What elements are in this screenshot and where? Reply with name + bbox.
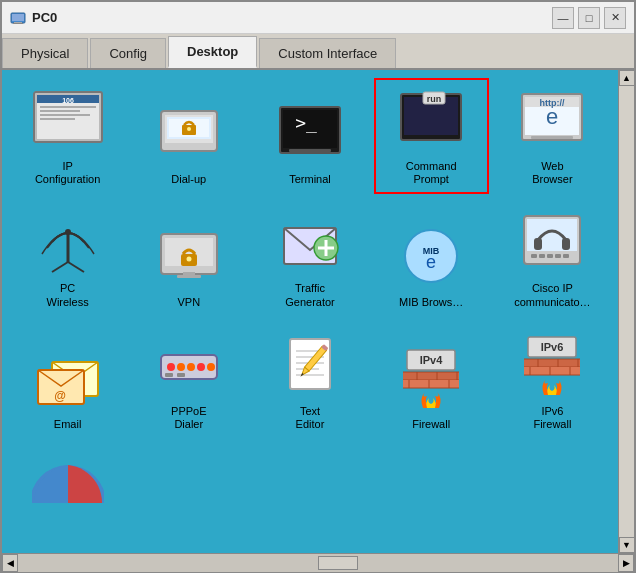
svg-rect-55 (547, 254, 553, 258)
terminal-label: Terminal (289, 173, 331, 186)
svg-rect-3 (13, 23, 23, 24)
svg-point-65 (197, 363, 205, 371)
tab-desktop[interactable]: Desktop (168, 36, 257, 68)
svg-rect-57 (563, 254, 569, 258)
svg-rect-41 (177, 275, 201, 278)
icon-pppoe-dialer[interactable]: PPPoEDialer (131, 323, 246, 439)
window-icon (10, 10, 26, 26)
icon-vpn[interactable]: VPN (131, 200, 246, 316)
icon-ip-config[interactable]: 106 IPConfiguration (10, 78, 125, 194)
svg-text:>_: >_ (295, 112, 317, 133)
window-controls: — □ ✕ (552, 7, 626, 29)
scroll-right-button[interactable]: ▶ (618, 554, 634, 572)
svg-point-63 (177, 363, 185, 371)
svg-text:run: run (427, 94, 442, 104)
svg-text:IPv4: IPv4 (420, 354, 444, 366)
svg-text:@: @ (54, 389, 66, 403)
close-button[interactable]: ✕ (604, 7, 626, 29)
icon-cisco-ip-comm[interactable]: Cisco IPcommunicato… (495, 200, 610, 316)
h-scroll-track[interactable] (18, 554, 618, 572)
traffic-generator-label: TrafficGenerator (285, 282, 335, 308)
svg-rect-8 (40, 106, 96, 108)
svg-point-62 (167, 363, 175, 371)
svg-rect-21 (289, 149, 331, 152)
vpn-label: VPN (177, 296, 200, 309)
dialup-label: Dial-up (171, 173, 206, 186)
icon-command-prompt[interactable]: run CommandPrompt (374, 78, 489, 194)
pc-wireless-label: PCWireless (47, 282, 89, 308)
tab-config[interactable]: Config (90, 38, 166, 68)
svg-line-33 (52, 262, 68, 272)
vertical-scrollbar: ▲ ▼ (618, 70, 634, 553)
pppoe-dialer-label: PPPoEDialer (171, 405, 206, 431)
icon-web-browser[interactable]: http:// e WebBrowser (495, 78, 610, 194)
svg-rect-94 (524, 359, 580, 367)
svg-rect-51 (534, 238, 542, 250)
web-browser-label: WebBrowser (532, 160, 572, 186)
svg-text:e: e (546, 104, 558, 129)
mib-browser-label: MIB Brows… (399, 296, 463, 309)
icon-dialup[interactable]: Dial-up (131, 78, 246, 194)
svg-rect-67 (165, 373, 173, 377)
h-scroll-thumb[interactable] (318, 556, 358, 570)
svg-point-17 (187, 127, 191, 131)
icon-mib-browser[interactable]: MIB e MIB Brows… (374, 200, 489, 316)
scroll-up-button[interactable]: ▲ (619, 70, 635, 86)
ipv6-firewall-label: IPv6Firewall (533, 405, 571, 431)
icon-grid: 106 IPConfiguration (10, 78, 610, 515)
tab-custom-interface[interactable]: Custom Interface (259, 38, 396, 68)
svg-rect-81 (403, 372, 459, 380)
window-title: PC0 (32, 10, 552, 25)
tab-bar: Physical Config Desktop Custom Interface (2, 34, 634, 70)
svg-rect-1 (12, 14, 24, 21)
main-window: PC0 — □ ✕ Physical Config Desktop Custom… (0, 0, 636, 573)
content-area: 106 IPConfiguration (2, 70, 634, 553)
svg-rect-54 (539, 254, 545, 258)
ip-config-label: IPConfiguration (35, 160, 100, 186)
svg-rect-56 (555, 254, 561, 258)
firewall-label: Firewall (412, 418, 450, 431)
svg-text:106: 106 (62, 97, 74, 104)
icon-partial-bottom[interactable] (10, 445, 125, 515)
svg-point-39 (186, 256, 191, 261)
email-label: Email (54, 418, 82, 431)
svg-rect-9 (40, 110, 80, 112)
horizontal-scrollbar: ◀ ▶ (2, 553, 634, 571)
svg-text:IPv6: IPv6 (541, 341, 564, 353)
svg-rect-11 (40, 118, 75, 120)
svg-rect-100 (524, 367, 580, 375)
command-prompt-label: CommandPrompt (406, 160, 457, 186)
icon-email[interactable]: @ Email (10, 323, 125, 439)
cisco-ip-comm-label: Cisco IPcommunicato… (514, 282, 590, 308)
icon-terminal[interactable]: >_ Terminal (252, 78, 367, 194)
icon-firewall[interactable]: IPv4 (374, 323, 489, 439)
svg-point-64 (187, 363, 195, 371)
svg-point-35 (65, 229, 71, 235)
svg-rect-31 (531, 136, 573, 139)
svg-rect-53 (531, 254, 537, 258)
svg-line-34 (68, 262, 84, 272)
scroll-left-button[interactable]: ◀ (2, 554, 18, 572)
icon-pc-wireless[interactable]: PCWireless (10, 200, 125, 316)
svg-rect-10 (40, 114, 90, 116)
svg-rect-87 (403, 380, 459, 388)
svg-rect-52 (562, 238, 570, 250)
svg-text:e: e (426, 252, 436, 272)
desktop-panel: 106 IPConfiguration (2, 70, 618, 553)
minimize-button[interactable]: — (552, 7, 574, 29)
icon-text-editor[interactable]: TextEditor (252, 323, 367, 439)
scroll-down-button[interactable]: ▼ (619, 537, 635, 553)
title-bar: PC0 — □ ✕ (2, 2, 634, 34)
maximize-button[interactable]: □ (578, 7, 600, 29)
icon-ipv6-firewall[interactable]: IPv6 (495, 323, 610, 439)
svg-rect-68 (177, 373, 185, 377)
text-editor-label: TextEditor (296, 405, 325, 431)
svg-point-66 (207, 363, 215, 371)
icon-traffic-generator[interactable]: TrafficGenerator (252, 200, 367, 316)
tab-physical[interactable]: Physical (2, 38, 88, 68)
